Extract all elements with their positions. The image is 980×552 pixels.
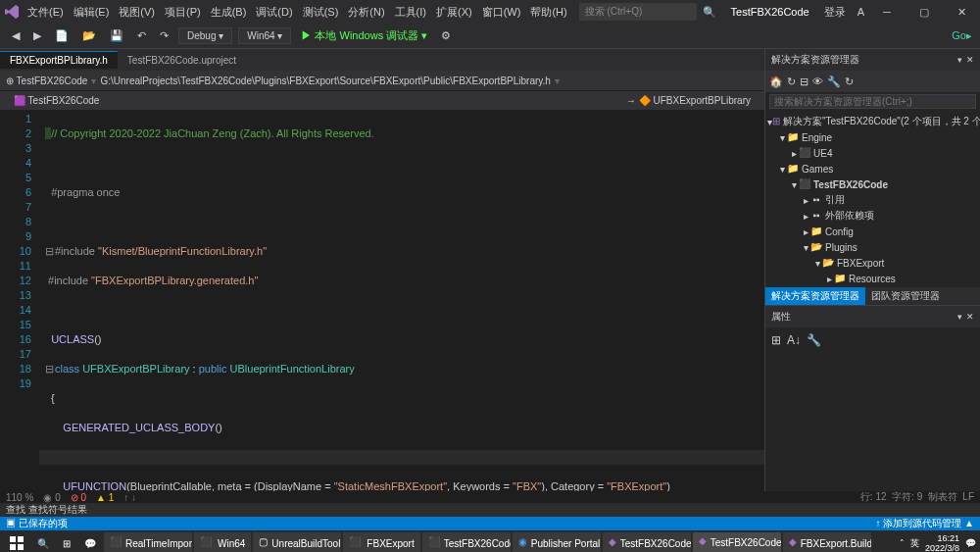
windows-taskbar: 🔍 ⊞ 💬 ⬛RealTimeImport ⬛Win64 ▢UnrealBuil… <box>0 530 980 552</box>
proj-node[interactable]: ▾⬛TestFBX26Code <box>765 176 980 192</box>
props-cat-icon[interactable]: ⊞ <box>771 333 781 347</box>
menu-analyze[interactable]: 分析(N) <box>348 5 384 20</box>
refresh-icon[interactable]: ↻ <box>845 75 854 88</box>
tabs-mode[interactable]: 制表符 <box>928 491 957 502</box>
taskbar-item[interactable]: ⬛RealTimeImport <box>104 532 192 552</box>
system-tray[interactable]: ˄ 英 16:212022/3/8 💬 <box>900 533 976 552</box>
refs-node[interactable]: ▸▪▪引用 <box>765 192 980 208</box>
redo-button[interactable]: ↷ <box>156 27 172 44</box>
menu-project[interactable]: 项目(P) <box>165 5 201 20</box>
context-right[interactable]: → 🔶 UFBXExportBPLibrary <box>618 95 759 106</box>
engine-folder[interactable]: ▾📁Engine <box>765 129 980 145</box>
props-wrench-icon[interactable]: 🔧 <box>807 333 821 347</box>
breadcrumb: ⊕ TestFBX26Code ▾ G:\UnrealProjects\Test… <box>0 71 764 90</box>
code-editor[interactable]: 12345678910111213141516171819 // Copyrig… <box>0 110 764 491</box>
menu-test[interactable]: 测试(S) <box>303 5 339 20</box>
new-file-button[interactable]: 📄 <box>51 27 73 44</box>
tray-clock[interactable]: 16:212022/3/8 <box>925 533 959 552</box>
config-combo[interactable]: Debug ▾ <box>178 27 232 44</box>
nav-arrows[interactable]: ↑ ↓ <box>123 492 136 503</box>
warning-count[interactable]: ▲ 1 <box>96 492 114 503</box>
undo-button[interactable]: ↶ <box>133 27 150 44</box>
title-search[interactable]: 搜索 (Ctrl+Q) <box>579 3 697 21</box>
menu-debug[interactable]: 调试(D) <box>256 5 292 20</box>
maximize-button[interactable]: ▢ <box>909 6 939 19</box>
menu-window[interactable]: 窗口(W) <box>482 5 521 20</box>
find-results-tab[interactable]: 查找 查找符号结果 <box>6 503 87 517</box>
sync-icon[interactable]: ↻ <box>787 75 796 88</box>
props-az-icon[interactable]: A↓ <box>787 333 801 347</box>
close-button[interactable]: ✕ <box>947 6 976 19</box>
sln-node[interactable]: ▾⊞解决方案"TestFBX26Code"(2 个项目，共 2 个) <box>765 114 980 129</box>
taskbar-item[interactable]: ⬛FBXExport <box>343 532 419 552</box>
menu-build[interactable]: 生成(B) <box>211 5 247 20</box>
account-icon[interactable]: A <box>858 6 864 18</box>
menu-view[interactable]: 视图(V) <box>119 5 155 20</box>
taskbar-item[interactable]: ◉Publisher Portal -... <box>513 532 601 552</box>
taskbar-item[interactable]: ◆FBXExport.Build.c... <box>783 532 871 552</box>
home-icon[interactable]: 🏠 <box>769 75 783 88</box>
editor-tabs: FBXExportBPLibrary.h TestFBX26Code.uproj… <box>0 49 764 71</box>
ext-deps-node[interactable]: ▸▪▪外部依赖项 <box>765 208 980 224</box>
menu-edit[interactable]: 编辑(E) <box>74 5 110 20</box>
config-folder[interactable]: ▸📁Config <box>765 224 980 239</box>
zoom-level[interactable]: 110 % <box>6 492 33 503</box>
nav-fwd-button[interactable]: ▶ <box>29 27 45 44</box>
tool-more-icon[interactable]: ⚙ <box>437 27 455 44</box>
taskbar-item[interactable]: ⬛Win64 <box>194 532 251 552</box>
start-button[interactable] <box>4 532 29 552</box>
tray-lang-icon[interactable]: 英 <box>910 537 919 550</box>
games-folder[interactable]: ▾📁Games <box>765 161 980 176</box>
menu-ext[interactable]: 扩展(X) <box>436 5 472 20</box>
tab-uproject[interactable]: TestFBX26Code.uproject <box>118 52 246 69</box>
taskbar-item-active[interactable]: ◆TestFBX26Code -... <box>693 532 781 552</box>
sln-search-input[interactable] <box>769 94 976 109</box>
plugins-folder[interactable]: ▾📂Plugins <box>765 239 980 255</box>
status-saved: ▣ 已保存的项 <box>6 517 68 530</box>
go-button[interactable]: Go▸ <box>952 29 972 42</box>
taskbar-search[interactable]: 🔍 <box>31 532 55 552</box>
error-count[interactable]: ⊘ 0 <box>71 492 86 503</box>
props-close-icon[interactable]: ✕ <box>966 312 974 322</box>
taskbar-item[interactable]: ⬛TestFBX26Code <box>422 532 511 552</box>
tab-team-explorer[interactable]: 团队资源管理器 <box>865 287 946 305</box>
menu-help[interactable]: 帮助(H) <box>530 5 566 20</box>
panel-pin-icon[interactable]: ▾ <box>957 55 962 65</box>
taskbar-item[interactable]: ▢UnrealBuildTool... <box>253 532 341 552</box>
menu-tools[interactable]: 工具(I) <box>395 5 426 20</box>
breadcrumb-proj[interactable]: ⊕ TestFBX26Code <box>6 75 87 86</box>
collapse-icon[interactable]: ⊟ <box>800 75 808 88</box>
props-pin-icon[interactable]: ▾ <box>957 312 962 322</box>
search-icon[interactable]: 🔍 <box>703 6 716 19</box>
tab-fbxexport-h[interactable]: FBXExportBPLibrary.h <box>0 51 118 69</box>
task-view[interactable]: ⊞ <box>57 532 76 552</box>
nav-back-button[interactable]: ◀ <box>8 27 24 44</box>
output-tabs: 查找 查找符号结果 <box>0 503 980 517</box>
panel-close-icon[interactable]: ✕ <box>966 55 974 65</box>
source-control[interactable]: ↑ 添加到源代码管理 ▲ <box>876 517 974 530</box>
tab-sln-explorer[interactable]: 解决方案资源管理器 <box>765 287 865 305</box>
crlf-mode[interactable]: LF <box>962 491 974 502</box>
taskbar-chat[interactable]: 💬 <box>78 532 102 552</box>
fbxexport-folder[interactable]: ▾📂FBXExport <box>765 255 980 271</box>
run-button[interactable]: ▶ 本地 Windows 调试器 ▾ <box>297 26 431 45</box>
code-content[interactable]: // Copyright 2020-2022 JiaChuan Zeng (Za… <box>39 110 764 491</box>
properties-icon[interactable]: 🔧 <box>827 75 841 88</box>
resources-folder[interactable]: ▸📁Resources <box>765 271 980 286</box>
open-button[interactable]: 📂 <box>78 27 100 44</box>
ue4-proj[interactable]: ▸⬛UE4 <box>765 145 980 161</box>
context-left[interactable]: 🟪 TestFBX26Code <box>6 95 107 106</box>
tray-up-icon[interactable]: ˄ <box>900 538 905 548</box>
taskbar-item[interactable]: ◆TestFBX26Code -... <box>603 532 691 552</box>
line-gutter: 12345678910111213141516171819 <box>0 110 39 491</box>
issues-count[interactable]: ◉ 0 <box>43 492 60 503</box>
solution-tree[interactable]: ▾⊞解决方案"TestFBX26Code"(2 个项目，共 2 个) ▾📁Eng… <box>765 112 980 287</box>
save-button[interactable]: 💾 <box>106 27 127 44</box>
breadcrumb-path[interactable]: G:\UnrealProjects\TestFBX26Code\Plugins\… <box>100 75 550 86</box>
menu-file[interactable]: 文件(E) <box>27 5 64 20</box>
minimize-button[interactable]: ─ <box>872 6 902 19</box>
platform-combo[interactable]: Win64 ▾ <box>238 27 291 44</box>
show-all-icon[interactable]: 👁 <box>812 75 823 87</box>
notifications-icon[interactable]: 💬 <box>965 538 976 548</box>
login-link[interactable]: 登录 <box>824 5 846 20</box>
